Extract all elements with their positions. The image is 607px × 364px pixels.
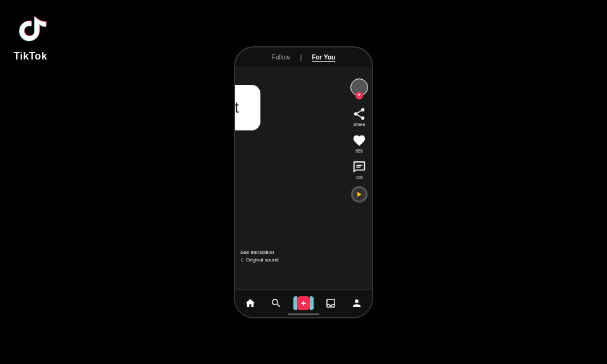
tiktok-icon (11, 11, 49, 49)
nav-inbox[interactable] (325, 298, 336, 309)
comment-count: 100 (355, 175, 363, 180)
heart-svg (352, 134, 366, 147)
svg-rect-0 (11, 11, 49, 49)
phone-frame: Follow | For You Edit Text + (234, 46, 373, 318)
right-sidebar: + Share 555 (350, 78, 368, 203)
music-disc (351, 186, 367, 203)
like-group: 555 (352, 133, 367, 153)
phone-content: Edit Text + Share (235, 66, 372, 289)
nav-profile[interactable] (351, 298, 362, 309)
like-icon[interactable] (352, 133, 367, 148)
original-sound: ♫ Original sound (240, 257, 279, 263)
inbox-svg (325, 298, 336, 309)
avatar-group: + (350, 78, 368, 96)
play-icon (357, 192, 362, 197)
comment-svg (352, 160, 366, 174)
share-svg (352, 107, 366, 121)
nav-search[interactable] (271, 298, 282, 309)
comment-icon[interactable] (352, 160, 367, 175)
search-svg (271, 298, 282, 309)
nav-add[interactable]: + (297, 296, 310, 310)
edit-text-label: Edit Text (234, 99, 239, 116)
see-translation[interactable]: See translation (240, 249, 279, 255)
follow-plus-icon[interactable]: + (355, 92, 363, 99)
nav-separator: | (300, 54, 302, 62)
comment-group: 100 (352, 160, 367, 180)
nav-home[interactable] (245, 298, 256, 309)
home-bar (288, 313, 319, 315)
tiktok-brand-name: TikTok (13, 51, 47, 62)
bottom-nav: + (235, 289, 372, 317)
add-plus-icon: + (301, 298, 306, 308)
share-icon[interactable] (352, 106, 367, 122)
tiktok-logo: TikTok (11, 11, 49, 62)
phone-top-nav: Follow | For You (235, 47, 372, 66)
like-count: 555 (355, 149, 363, 153)
original-sound-label: Original sound (246, 257, 279, 263)
speech-bubble-container: Edit Text (234, 85, 260, 130)
speech-bubble: Edit Text (234, 85, 260, 130)
nav-foryou: For You (312, 54, 335, 62)
share-label: Share (354, 122, 366, 127)
profile-svg (351, 298, 362, 309)
bottom-info: See translation ♫ Original sound (240, 249, 279, 263)
nav-follow: Follow (272, 54, 290, 62)
share-group: Share (352, 106, 367, 127)
home-svg (245, 298, 256, 309)
music-note-icon: ♫ (240, 257, 244, 263)
music-disc-inner (357, 192, 362, 197)
